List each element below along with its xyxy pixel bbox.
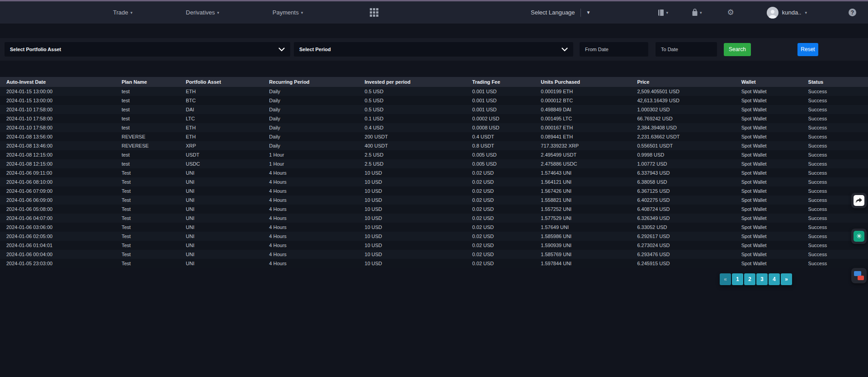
- settings-gear-icon[interactable]: ⚙: [727, 9, 734, 16]
- table-cell: Success: [807, 141, 868, 150]
- avatar: [767, 7, 778, 19]
- table-cell: ETH: [184, 123, 267, 132]
- table-row: 2024-01-06 06:09:00TestUNI4 Hours10 USD0…: [0, 196, 868, 205]
- table-cell: 2,509.405501 USD: [635, 87, 739, 96]
- search-button[interactable]: Search: [724, 43, 751, 56]
- table-cell: 0.5 USD: [363, 105, 471, 114]
- orders-book-icon[interactable]: ▾: [658, 9, 669, 16]
- table-cell: UNI: [184, 223, 267, 232]
- table-cell: 0.001 USD: [471, 105, 539, 114]
- table-cell: Spot Wallet: [740, 177, 807, 186]
- col-portfolio-asset: Portfolio Asset: [184, 77, 267, 87]
- language-label: Select Language: [531, 9, 575, 16]
- pagination-page-4[interactable]: 4: [769, 273, 780, 285]
- table-cell: test: [120, 123, 184, 132]
- table-cell: 4 Hours: [267, 186, 363, 196]
- table-cell: Test: [120, 168, 184, 177]
- top-nav: Trade ▾ Derivatives ▾ Payments ▾ Select …: [0, 1, 868, 24]
- table-cell: 0.498849 DAI: [539, 105, 635, 114]
- table-cell: 42,613.16439 USD: [635, 96, 739, 105]
- nav-item-payments[interactable]: Payments ▾: [273, 9, 303, 16]
- table-cell: Test: [120, 214, 184, 223]
- table-cell: Test: [120, 250, 184, 259]
- language-selector[interactable]: Select Language ▼: [531, 9, 591, 17]
- table-cell: Test: [120, 232, 184, 241]
- chatgpt-extension-icon[interactable]: ✳: [851, 229, 867, 244]
- user-menu[interactable]: kunda.. ▾: [767, 7, 807, 19]
- table-cell: 2024-01-08 13:46:00: [0, 141, 120, 150]
- table-cell: 2024-01-06 05:08:00: [0, 205, 120, 214]
- table-cell: 4 Hours: [267, 214, 363, 223]
- table-cell: Spot Wallet: [740, 123, 807, 132]
- nav-item-derivatives[interactable]: Derivatives ▾: [186, 9, 219, 16]
- table-cell: 6.402275 USD: [635, 196, 739, 205]
- table-cell: 2024-01-08 13:56:00: [0, 132, 120, 141]
- col-units-purchased: Units Purchased: [539, 77, 635, 87]
- table-cell: ETH: [184, 87, 267, 96]
- table-cell: Daily: [267, 132, 363, 141]
- table-cell: 0.02 USD: [471, 168, 539, 177]
- table-cell: Daily: [267, 96, 363, 105]
- table-cell: Success: [807, 214, 868, 223]
- table-cell: 0.4 USD: [363, 123, 471, 132]
- reset-button[interactable]: Reset: [797, 43, 818, 56]
- table-cell: LTC: [184, 114, 267, 123]
- chevron-down-icon: [561, 48, 568, 52]
- table-cell: Success: [807, 96, 868, 105]
- table-cell: 2024-01-10 17:58:00: [0, 105, 120, 114]
- portfolio-asset-select[interactable]: Select Portfolio Asset: [5, 42, 290, 57]
- table-row: 2024-01-10 17:58:00testDAIDaily0.5 USD0.…: [0, 105, 868, 114]
- pagination-page-1[interactable]: 1: [732, 273, 743, 285]
- table-cell: 10 USD: [363, 177, 471, 186]
- col-trading-fee: Trading Fee: [471, 77, 539, 87]
- pagination-next-button[interactable]: »: [781, 273, 792, 285]
- table-cell: 6.273024 USD: [635, 241, 739, 250]
- table-cell: 400 USDT: [363, 141, 471, 150]
- table-cell: test: [120, 87, 184, 96]
- table-cell: 0.089441 ETH: [539, 132, 635, 141]
- help-icon[interactable]: ?: [849, 9, 856, 16]
- table-cell: 0.001495 LTC: [539, 114, 635, 123]
- table-row: 2024-01-08 13:46:00REVERESEXRPDaily400 U…: [0, 141, 868, 150]
- chevron-down-icon: ▾: [130, 10, 132, 15]
- table-cell: test: [120, 159, 184, 168]
- username-label: kunda..: [782, 9, 802, 16]
- nav-item-label: Payments: [273, 9, 299, 16]
- table-cell: Test: [120, 241, 184, 250]
- table-cell: 1.00772 USD: [635, 159, 739, 168]
- to-date-input[interactable]: [656, 42, 717, 57]
- table-cell: UNI: [184, 168, 267, 177]
- table-cell: 0.000167 ETH: [539, 123, 635, 132]
- table-cell: test: [120, 96, 184, 105]
- table-cell: BTC: [184, 96, 267, 105]
- table-cell: 4 Hours: [267, 205, 363, 214]
- from-date-input[interactable]: [580, 42, 648, 57]
- nav-item-trade[interactable]: Trade ▾: [113, 9, 132, 16]
- table-row: 2024-01-10 17:58:00testETHDaily0.4 USD0.…: [0, 123, 868, 132]
- table-cell: 0.005 USD: [471, 150, 539, 159]
- table-cell: 2.5 USD: [363, 150, 471, 159]
- table-cell: 6.326349 USD: [635, 214, 739, 223]
- table-cell: Daily: [267, 87, 363, 96]
- table-cell: UNI: [184, 241, 267, 250]
- pagination-prev-button[interactable]: «: [720, 273, 731, 285]
- table-cell: USDT: [184, 150, 267, 159]
- chat-bubbles-icon[interactable]: [851, 268, 867, 283]
- table-row: 2024-01-06 09:11:00TestUNI4 Hours10 USD0…: [0, 168, 868, 177]
- table-cell: 0.1 USD: [363, 114, 471, 123]
- table-cell: Spot Wallet: [740, 205, 807, 214]
- share-shortcut-button[interactable]: [851, 193, 867, 208]
- wallet-bag-icon[interactable]: ▾: [692, 9, 702, 16]
- table-row: 2024-01-06 05:08:00TestUNI4 Hours10 USD0…: [0, 205, 868, 214]
- pagination-page-3[interactable]: 3: [756, 273, 768, 285]
- divider: [580, 9, 581, 17]
- table-cell: Test: [120, 205, 184, 214]
- table-cell: 0.5 USD: [363, 96, 471, 105]
- table-cell: 1.585769 UNI: [539, 250, 635, 259]
- table-cell: Success: [807, 105, 868, 114]
- pagination-page-2[interactable]: 2: [744, 273, 755, 285]
- table-cell: 1.557252 UNI: [539, 205, 635, 214]
- apps-grid-icon[interactable]: [370, 8, 378, 17]
- period-select[interactable]: Select Period: [294, 42, 573, 57]
- table-cell: 2024-01-06 01:04:01: [0, 241, 120, 250]
